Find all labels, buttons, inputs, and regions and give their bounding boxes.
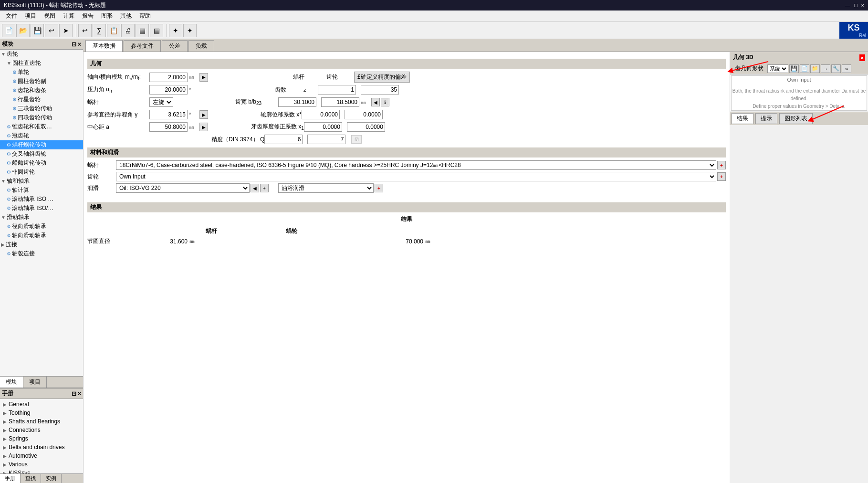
- menu-report[interactable]: 报告: [78, 11, 97, 21]
- tree-item-quad[interactable]: ⚙ 四联齿轮传动: [0, 113, 83, 122]
- toolbar-print[interactable]: 🖨: [121, 24, 135, 37]
- tab-project[interactable]: 项目: [23, 377, 47, 388]
- tab-load[interactable]: 负载: [188, 40, 214, 52]
- worm-material-select[interactable]: 18CrNiMo7-6, Case-carburized steel, case…: [116, 160, 716, 170]
- tree-item-axial[interactable]: ⚙ 轴向滑动轴承: [0, 231, 83, 240]
- width-btn1[interactable]: ◀: [371, 98, 380, 106]
- bottom-tab-figures[interactable]: 图形列表: [779, 113, 813, 124]
- toolbar-grid[interactable]: ▤: [150, 24, 163, 37]
- tab-tolerance[interactable]: 公差: [162, 40, 188, 52]
- tree-item-triple[interactable]: ⚙ 三联齿轮传动: [0, 104, 83, 113]
- precision-check-btn[interactable]: ☑: [351, 135, 362, 144]
- hand-item-connections[interactable]: ▶ Connections: [1, 426, 82, 434]
- menu-calc[interactable]: 计算: [59, 11, 78, 21]
- geo-btn-doc[interactable]: 📄: [800, 64, 809, 73]
- tree-item-worm[interactable]: ⚙ 蜗杆蜗轮传动: [0, 140, 83, 149]
- precision-btn[interactable]: £確定义精度的偏差: [354, 72, 410, 83]
- module-input[interactable]: 2.0000: [149, 73, 188, 82]
- toolbar-calc2[interactable]: ∑: [93, 24, 106, 37]
- tree-item-rolling-iso[interactable]: ⚙ 滚动轴承 ISO …: [0, 195, 83, 204]
- hand-tab-search[interactable]: 查找: [21, 474, 41, 483]
- tree-item-cross[interactable]: ⚙ 交叉轴斜齿轮: [0, 149, 83, 158]
- tab-ref[interactable]: 参考文件: [124, 40, 161, 52]
- toolbar-new[interactable]: 📄: [2, 24, 15, 37]
- worm-teeth-input[interactable]: 1: [318, 85, 356, 94]
- menu-view[interactable]: 视图: [40, 11, 59, 21]
- menu-other[interactable]: 其他: [116, 11, 136, 21]
- hand-item-kisssys[interactable]: ▶ KISSsys: [1, 469, 82, 473]
- hand-item-shafts[interactable]: ▶ Shafts and Bearings: [1, 417, 82, 426]
- menu-figure[interactable]: 图形: [97, 11, 116, 21]
- tree-item-connections[interactable]: ▶ 连接: [0, 240, 83, 249]
- tree-item-rolling-iso2[interactable]: ⚙ 滚动轴承 ISO/…: [0, 204, 83, 213]
- menu-project[interactable]: 项目: [21, 11, 40, 21]
- width-btn2[interactable]: ℹ: [381, 98, 389, 106]
- gear-width-input[interactable]: 18.5000: [321, 97, 359, 107]
- worm-mat-btn[interactable]: +: [717, 161, 726, 169]
- hand-item-springs[interactable]: ▶ Springs: [1, 434, 82, 443]
- menu-file[interactable]: 文件: [2, 11, 21, 21]
- tree-item-hub[interactable]: ⚙ 轴毂连接: [0, 249, 83, 258]
- tree-item-planetary[interactable]: ⚙ 行星齿轮: [0, 95, 83, 104]
- toolbar-save[interactable]: 💾: [31, 24, 44, 37]
- toolbar-open[interactable]: 📂: [16, 24, 30, 37]
- geo-btn-folder[interactable]: 📁: [810, 64, 820, 73]
- bottom-tab-hints[interactable]: 提示: [755, 113, 777, 124]
- module-btn[interactable]: ▶: [199, 73, 208, 82]
- lub-btn2[interactable]: +: [260, 184, 269, 192]
- gear-mat-btn[interactable]: +: [717, 172, 726, 181]
- worm-precision-input[interactable]: 6: [264, 135, 303, 144]
- hand-item-belts[interactable]: ▶ Belts and chain drives: [1, 443, 82, 452]
- geo-btn-arrow[interactable]: →: [821, 64, 830, 73]
- tree-item-marine[interactable]: ⚙ 船舶齿轮传动: [0, 158, 83, 168]
- hand-tab-manual[interactable]: 手册: [0, 474, 21, 483]
- lub-type-btn[interactable]: +: [375, 184, 383, 192]
- gear-precision-input[interactable]: 7: [307, 135, 345, 144]
- toolbar-undo[interactable]: ↩: [45, 24, 58, 37]
- tree-item-rack[interactable]: ⚙ 齿轮和齿条: [0, 86, 83, 95]
- hand-item-toothing[interactable]: ▶ Toothing: [1, 409, 82, 417]
- tree-item-sliding[interactable]: ▼ 滑动轴承: [0, 213, 83, 222]
- tree-item-crown[interactable]: ⚙ 冠齿轮: [0, 131, 83, 140]
- tree-item-noncircular[interactable]: ⚙ 非圆齿轮: [0, 168, 83, 177]
- geo-tab-shape[interactable]: 齿几何形状: [732, 64, 766, 73]
- pressure-input[interactable]: 20.0000: [149, 85, 188, 94]
- leadangle-btn[interactable]: ▶: [199, 110, 208, 119]
- tree-item-cylindrical[interactable]: ▼ 圆柱直齿轮: [0, 59, 83, 68]
- worm-thick-input[interactable]: 0.0000: [304, 122, 342, 132]
- lub-btn1[interactable]: ◀: [251, 184, 259, 192]
- bottom-tab-results[interactable]: 结果: [732, 113, 753, 124]
- worm-width-input[interactable]: 30.1000: [278, 97, 316, 107]
- toolbar-arrow[interactable]: ➤: [59, 24, 73, 37]
- toolbar-doc[interactable]: 📋: [107, 24, 120, 37]
- gear-teeth-input[interactable]: 35: [361, 85, 399, 94]
- toolbar-star2[interactable]: ✦: [183, 24, 197, 37]
- tree-item-bevel[interactable]: ⚙ 锥齿轮和准双…: [0, 122, 83, 131]
- hand-item-automotive[interactable]: ▶ Automotive: [1, 452, 82, 460]
- tree-item-shaft-calc[interactable]: ⚙ 轴计算: [0, 186, 83, 195]
- tab-module[interactable]: 模块: [0, 377, 23, 388]
- gear-profile-input[interactable]: 0.0000: [345, 110, 383, 119]
- tree-item-single[interactable]: ⚙ 单轮: [0, 68, 83, 77]
- menu-help[interactable]: 帮助: [136, 11, 155, 21]
- toolbar-table[interactable]: ▦: [136, 24, 149, 37]
- worm-profile-input[interactable]: 0.0000: [302, 110, 340, 119]
- toolbar-star1[interactable]: ✦: [169, 24, 182, 37]
- center-btn[interactable]: ▶: [199, 123, 208, 131]
- tree-item-pair[interactable]: ⚙ 圆柱齿轮副: [0, 77, 83, 86]
- lub-type-select[interactable]: 油浴润滑: [278, 183, 374, 193]
- geo-btn-tool[interactable]: 🔧: [831, 64, 841, 73]
- minimize-btn[interactable]: —: [845, 2, 850, 8]
- leadangle-input[interactable]: 3.6215: [149, 110, 188, 119]
- center-input[interactable]: 50.8000: [149, 122, 188, 132]
- tree-item-radial[interactable]: ⚙ 径向滑动轴承: [0, 222, 83, 231]
- lubricant-select[interactable]: Oil: ISO-VG 220: [116, 183, 250, 193]
- worm-select[interactable]: 左旋 右旋: [149, 97, 173, 107]
- gear-thick-input[interactable]: 0.0000: [347, 122, 385, 132]
- geo-select-system[interactable]: 系统: [767, 64, 788, 73]
- close-btn[interactable]: ×: [861, 2, 864, 8]
- geo-btn-save[interactable]: 💾: [789, 64, 799, 73]
- title-bar-controls[interactable]: — □ ×: [845, 2, 864, 8]
- tree-item-shafts[interactable]: ▼ 轴和轴承: [0, 177, 83, 186]
- geo-btn-more[interactable]: »: [842, 64, 851, 73]
